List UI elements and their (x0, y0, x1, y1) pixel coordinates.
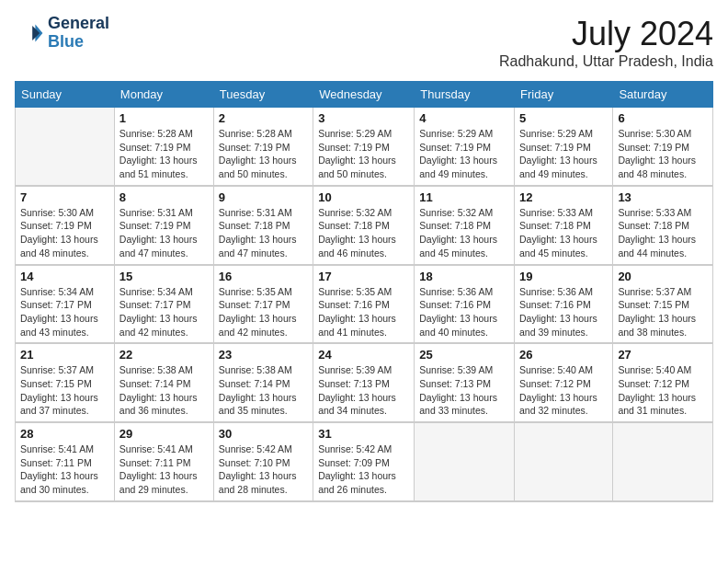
day-info: Sunrise: 5:39 AM Sunset: 7:13 PM Dayligh… (318, 363, 409, 418)
calendar-cell: 14Sunrise: 5:34 AM Sunset: 7:17 PM Dayli… (16, 265, 115, 344)
calendar-cell: 16Sunrise: 5:35 AM Sunset: 7:17 PM Dayli… (213, 265, 313, 344)
calendar-cell (613, 422, 713, 501)
logo-text-blue: Blue (48, 33, 109, 52)
calendar-cell: 22Sunrise: 5:38 AM Sunset: 7:14 PM Dayli… (114, 343, 213, 422)
day-info: Sunrise: 5:35 AM Sunset: 7:16 PM Dayligh… (318, 285, 409, 339)
day-info: Sunrise: 5:33 AM Sunset: 7:18 PM Dayligh… (519, 206, 608, 260)
week-row-5: 28Sunrise: 5:41 AM Sunset: 7:11 PM Dayli… (16, 422, 713, 501)
weekday-row: SundayMondayTuesdayWednesdayThursdayFrid… (16, 82, 713, 108)
calendar-cell: 7Sunrise: 5:30 AM Sunset: 7:19 PM Daylig… (16, 186, 115, 265)
day-number: 30 (219, 427, 308, 441)
day-info: Sunrise: 5:34 AM Sunset: 7:17 PM Dayligh… (20, 285, 109, 339)
day-info: Sunrise: 5:37 AM Sunset: 7:15 PM Dayligh… (20, 363, 109, 418)
calendar-cell: 6Sunrise: 5:30 AM Sunset: 7:19 PM Daylig… (613, 108, 713, 186)
day-number: 21 (20, 348, 109, 362)
day-number: 14 (20, 270, 109, 283)
day-number: 7 (20, 190, 109, 204)
day-number: 6 (618, 111, 708, 125)
week-row-3: 14Sunrise: 5:34 AM Sunset: 7:17 PM Dayli… (16, 265, 713, 344)
month-title: July 2024 (499, 15, 713, 53)
calendar-cell: 13Sunrise: 5:33 AM Sunset: 7:18 PM Dayli… (613, 186, 713, 265)
day-number: 2 (219, 111, 308, 125)
day-info: Sunrise: 5:33 AM Sunset: 7:18 PM Dayligh… (618, 206, 708, 260)
calendar-cell: 9Sunrise: 5:31 AM Sunset: 7:18 PM Daylig… (213, 186, 313, 265)
calendar-cell: 15Sunrise: 5:34 AM Sunset: 7:17 PM Dayli… (114, 265, 213, 344)
day-info: Sunrise: 5:31 AM Sunset: 7:19 PM Dayligh… (119, 206, 209, 260)
day-info: Sunrise: 5:29 AM Sunset: 7:19 PM Dayligh… (419, 127, 509, 181)
calendar-header: SundayMondayTuesdayWednesdayThursdayFrid… (16, 82, 713, 108)
calendar-cell: 11Sunrise: 5:32 AM Sunset: 7:18 PM Dayli… (415, 186, 515, 265)
calendar-cell: 12Sunrise: 5:33 AM Sunset: 7:18 PM Dayli… (515, 186, 613, 265)
day-number: 19 (519, 270, 608, 283)
calendar-cell: 31Sunrise: 5:42 AM Sunset: 7:09 PM Dayli… (313, 422, 415, 501)
calendar-cell: 28Sunrise: 5:41 AM Sunset: 7:11 PM Dayli… (16, 422, 115, 501)
weekday-header-friday: Friday (515, 82, 613, 108)
day-number: 18 (419, 270, 509, 283)
calendar-table: SundayMondayTuesdayWednesdayThursdayFrid… (15, 81, 713, 502)
calendar-cell: 26Sunrise: 5:40 AM Sunset: 7:12 PM Dayli… (515, 343, 613, 422)
calendar-cell: 21Sunrise: 5:37 AM Sunset: 7:15 PM Dayli… (16, 343, 115, 422)
day-info: Sunrise: 5:28 AM Sunset: 7:19 PM Dayligh… (219, 127, 308, 181)
day-info: Sunrise: 5:42 AM Sunset: 7:09 PM Dayligh… (318, 442, 409, 497)
calendar-cell: 8Sunrise: 5:31 AM Sunset: 7:19 PM Daylig… (114, 186, 213, 265)
day-info: Sunrise: 5:30 AM Sunset: 7:19 PM Dayligh… (20, 206, 109, 260)
weekday-header-sunday: Sunday (16, 82, 115, 108)
calendar-cell: 10Sunrise: 5:32 AM Sunset: 7:18 PM Dayli… (313, 186, 415, 265)
day-info: Sunrise: 5:35 AM Sunset: 7:17 PM Dayligh… (219, 285, 308, 339)
day-number: 31 (318, 427, 409, 441)
location-title: Radhakund, Uttar Pradesh, India (499, 53, 713, 70)
weekday-header-saturday: Saturday (613, 82, 713, 108)
day-info: Sunrise: 5:39 AM Sunset: 7:13 PM Dayligh… (419, 363, 509, 418)
calendar-cell: 20Sunrise: 5:37 AM Sunset: 7:15 PM Dayli… (613, 265, 713, 344)
day-info: Sunrise: 5:32 AM Sunset: 7:18 PM Dayligh… (318, 206, 409, 260)
page-header: General Blue July 2024 Radhakund, Uttar … (15, 15, 713, 70)
day-number: 12 (519, 190, 608, 204)
day-info: Sunrise: 5:38 AM Sunset: 7:14 PM Dayligh… (219, 363, 308, 418)
day-number: 25 (419, 348, 509, 362)
calendar-cell: 5Sunrise: 5:29 AM Sunset: 7:19 PM Daylig… (515, 108, 613, 186)
day-number: 17 (318, 270, 409, 283)
day-number: 11 (419, 190, 509, 204)
calendar-cell (16, 108, 115, 186)
calendar-cell: 30Sunrise: 5:42 AM Sunset: 7:10 PM Dayli… (213, 422, 313, 501)
day-number: 23 (219, 348, 308, 362)
calendar-cell (415, 422, 515, 501)
day-number: 10 (318, 190, 409, 204)
calendar-cell: 19Sunrise: 5:36 AM Sunset: 7:16 PM Dayli… (515, 265, 613, 344)
weekday-header-wednesday: Wednesday (313, 82, 415, 108)
day-number: 20 (618, 270, 708, 283)
day-number: 9 (219, 190, 308, 204)
calendar-body: 1Sunrise: 5:28 AM Sunset: 7:19 PM Daylig… (16, 108, 713, 501)
logo-text-general: General (48, 15, 109, 33)
day-info: Sunrise: 5:32 AM Sunset: 7:18 PM Dayligh… (419, 206, 509, 260)
calendar-cell (515, 422, 613, 501)
day-info: Sunrise: 5:42 AM Sunset: 7:10 PM Dayligh… (219, 442, 308, 497)
day-number: 4 (419, 111, 509, 125)
day-number: 29 (119, 427, 209, 441)
day-number: 22 (119, 348, 209, 362)
weekday-header-tuesday: Tuesday (213, 82, 313, 108)
day-number: 16 (219, 270, 308, 283)
day-info: Sunrise: 5:41 AM Sunset: 7:11 PM Dayligh… (119, 442, 209, 497)
day-number: 1 (119, 111, 209, 125)
calendar-cell: 27Sunrise: 5:40 AM Sunset: 7:12 PM Dayli… (613, 343, 713, 422)
day-info: Sunrise: 5:41 AM Sunset: 7:11 PM Dayligh… (20, 442, 109, 497)
day-number: 13 (618, 190, 708, 204)
calendar-cell: 1Sunrise: 5:28 AM Sunset: 7:19 PM Daylig… (114, 108, 213, 186)
day-info: Sunrise: 5:29 AM Sunset: 7:19 PM Dayligh… (519, 127, 608, 181)
logo-icon (15, 18, 44, 48)
day-info: Sunrise: 5:36 AM Sunset: 7:16 PM Dayligh… (519, 285, 608, 339)
calendar-cell: 18Sunrise: 5:36 AM Sunset: 7:16 PM Dayli… (415, 265, 515, 344)
day-info: Sunrise: 5:37 AM Sunset: 7:15 PM Dayligh… (618, 285, 708, 339)
day-info: Sunrise: 5:38 AM Sunset: 7:14 PM Dayligh… (119, 363, 209, 418)
day-number: 8 (119, 190, 209, 204)
day-info: Sunrise: 5:31 AM Sunset: 7:18 PM Dayligh… (219, 206, 308, 260)
day-number: 15 (119, 270, 209, 283)
logo: General Blue (15, 15, 109, 52)
week-row-2: 7Sunrise: 5:30 AM Sunset: 7:19 PM Daylig… (16, 186, 713, 265)
day-number: 28 (20, 427, 109, 441)
weekday-header-thursday: Thursday (415, 82, 515, 108)
calendar-cell: 17Sunrise: 5:35 AM Sunset: 7:16 PM Dayli… (313, 265, 415, 344)
week-row-1: 1Sunrise: 5:28 AM Sunset: 7:19 PM Daylig… (16, 108, 713, 186)
title-block: July 2024 Radhakund, Uttar Pradesh, Indi… (499, 15, 713, 70)
